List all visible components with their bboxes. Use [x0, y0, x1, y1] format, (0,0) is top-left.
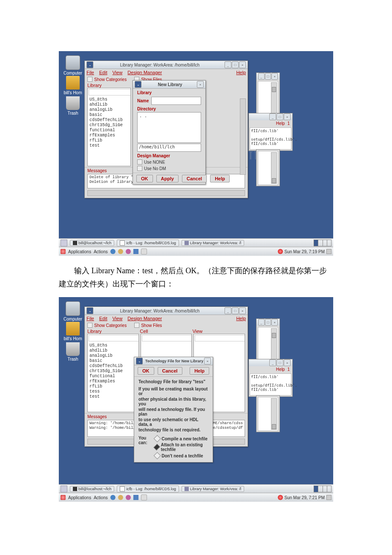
- alert-icon[interactable]: [278, 249, 283, 254]
- scrollbar[interactable]: [87, 190, 245, 196]
- mail-icon[interactable]: [118, 495, 123, 500]
- menu-edit[interactable]: Edit: [99, 316, 107, 321]
- browser-icon[interactable]: [110, 249, 115, 254]
- close-icon[interactable]: ×: [239, 307, 246, 314]
- directory-list[interactable]: . .: [137, 112, 201, 143]
- close-icon[interactable]: ×: [239, 61, 246, 68]
- library-item[interactable]: ahdlLib: [89, 348, 137, 353]
- close-icon[interactable]: ×: [197, 81, 204, 88]
- menu-file[interactable]: File: [86, 70, 94, 75]
- library-item[interactable]: rfLib: [89, 384, 137, 389]
- maximize-icon[interactable]: □: [232, 307, 239, 314]
- library-list[interactable]: US_8thsahdlLibanalogLibbasiccdsDefTechLi…: [87, 88, 131, 166]
- library-item[interactable]: basic: [89, 358, 137, 364]
- volume-icon[interactable]: [326, 249, 331, 254]
- show-desktop-icon[interactable]: [61, 486, 67, 492]
- library-item[interactable]: chrt35dg_SiGe: [89, 123, 129, 128]
- maximize-icon[interactable]: □: [277, 113, 283, 120]
- menu-help[interactable]: Help: [236, 316, 246, 321]
- show-categories-checkbox[interactable]: Show Categories: [87, 323, 127, 328]
- library-item[interactable]: cdsDefTechLib: [89, 364, 137, 369]
- minimize-icon[interactable]: _: [225, 61, 231, 68]
- desktop-icon-trash[interactable]: Trash: [62, 342, 84, 361]
- menu-view[interactable]: View: [112, 70, 123, 75]
- workspace-switcher[interactable]: [314, 486, 331, 492]
- browser-icon[interactable]: [110, 495, 115, 500]
- menu-file[interactable]: File: [86, 316, 94, 321]
- use-nodm-radio[interactable]: Use No DM: [137, 166, 201, 171]
- app-icon[interactable]: [141, 494, 147, 500]
- no-techfile-radio[interactable]: Don't need a techfile: [155, 453, 208, 458]
- close-icon[interactable]: ×: [271, 319, 278, 326]
- compile-techfile-radio[interactable]: Compile a new techfile: [155, 436, 208, 441]
- library-item[interactable]: rfExamples: [89, 379, 137, 384]
- scrollbar[interactable]: [240, 98, 246, 175]
- library-name-input[interactable]: [151, 97, 201, 105]
- show-files-checkbox[interactable]: Show Files: [134, 323, 162, 328]
- help-button[interactable]: Help: [210, 175, 230, 182]
- library-filter-input[interactable]: [89, 89, 131, 95]
- alert-icon[interactable]: [278, 495, 283, 500]
- titlebar[interactable]: ⌄ Library Manager: WorkArea: /home/bill/…: [85, 307, 248, 315]
- library-list[interactable]: US_8thsahdlLibanalogLibbasiccdsDefTechLi…: [87, 334, 139, 412]
- task-terminal[interactable]: bill@localhost:~/lch: [70, 240, 114, 246]
- minimize-icon[interactable]: _: [269, 113, 276, 120]
- library-item[interactable]: test: [89, 394, 137, 399]
- apply-button[interactable]: Apply: [156, 175, 179, 182]
- desktop-icon-computer[interactable]: Computer: [62, 301, 84, 321]
- minimize-icon[interactable]: _: [258, 73, 265, 80]
- desktop-icon-home[interactable]: bill's Hom: [62, 76, 84, 95]
- menu-edit[interactable]: Edit: [99, 70, 107, 75]
- cancel-button[interactable]: Cancel: [158, 367, 182, 375]
- window-menu-icon[interactable]: ⌄: [86, 307, 93, 314]
- library-item[interactable]: analogLib: [89, 353, 137, 358]
- task-log[interactable]: icfb - Log: /home/bill/CDS.log: [117, 486, 179, 492]
- library-item[interactable]: cdsDefTechLib: [89, 118, 129, 123]
- maximize-icon[interactable]: □: [277, 359, 283, 366]
- show-desktop-icon[interactable]: [61, 240, 67, 246]
- library-item[interactable]: US_8ths: [89, 343, 137, 348]
- task-terminal[interactable]: bill@localhost:~/lch: [70, 486, 114, 492]
- close-icon[interactable]: ×: [284, 359, 291, 366]
- app-icon[interactable]: [141, 249, 147, 254]
- task-libmgr[interactable]: Library Manager: WorkArea: /l: [182, 240, 244, 246]
- app-icon[interactable]: [126, 495, 131, 500]
- desktop-icon-trash[interactable]: Trash: [62, 96, 84, 116]
- library-item[interactable]: tess: [89, 389, 137, 394]
- desktop-icon-home[interactable]: bill's Hom: [62, 322, 84, 341]
- minimize-icon[interactable]: _: [269, 359, 276, 366]
- attach-techfile-radio[interactable]: Attach to an existing techfile: [155, 442, 208, 452]
- close-icon[interactable]: ×: [271, 73, 278, 80]
- library-filter-input[interactable]: [89, 335, 139, 341]
- library-item[interactable]: basic: [89, 113, 129, 118]
- path-input[interactable]: /home/bill/lch: [137, 144, 201, 152]
- menu-help[interactable]: Help: [236, 70, 246, 75]
- window-menu-icon[interactable]: ⌄: [86, 61, 93, 68]
- volume-icon[interactable]: [326, 495, 331, 500]
- actions-menu[interactable]: Actions: [94, 249, 108, 254]
- ok-button[interactable]: OK: [136, 175, 153, 182]
- close-icon[interactable]: ×: [204, 358, 211, 364]
- app-icon[interactable]: [126, 249, 131, 254]
- library-item[interactable]: ahdlLib: [89, 102, 129, 107]
- library-item[interactable]: analogLib: [89, 107, 129, 113]
- actions-menu[interactable]: Actions: [94, 495, 108, 500]
- workspace-switcher[interactable]: [314, 240, 331, 246]
- library-item[interactable]: US_8ths: [89, 97, 129, 102]
- dir-item[interactable]: . .: [138, 113, 201, 119]
- close-icon[interactable]: ×: [284, 113, 291, 120]
- desktop-icon-computer[interactable]: Computer: [62, 55, 84, 75]
- menu-design-manager[interactable]: Design Manager: [127, 316, 162, 321]
- titlebar[interactable]: ⌄ New Library ×: [133, 81, 205, 89]
- library-item[interactable]: test: [89, 143, 129, 148]
- show-categories-checkbox[interactable]: Show Categories: [87, 77, 127, 82]
- menu-design-manager[interactable]: Design Manager: [127, 70, 162, 75]
- window-menu-icon[interactable]: ⌄: [136, 358, 143, 364]
- view-filter-input[interactable]: [195, 335, 245, 341]
- library-item[interactable]: functional: [89, 374, 137, 379]
- mail-icon[interactable]: [118, 249, 123, 254]
- window-menu-icon[interactable]: ⌄: [135, 81, 141, 88]
- task-libmgr[interactable]: Library Manager: WorkArea: /l: [182, 486, 244, 492]
- library-item[interactable]: chrt35dg_SiGe: [89, 369, 137, 374]
- redhat-icon[interactable]: [61, 249, 66, 254]
